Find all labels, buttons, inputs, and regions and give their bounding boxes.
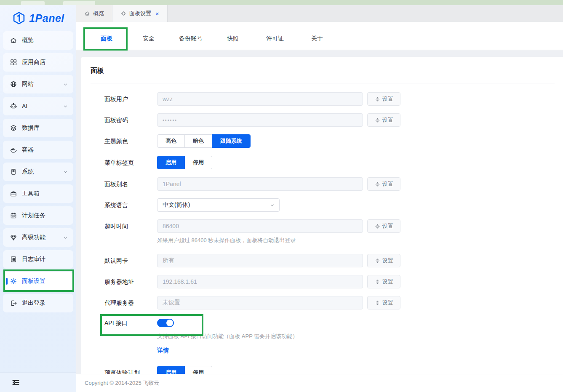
panel-alias-input[interactable]: 1Panel (157, 177, 363, 191)
field-label: 主题颜色 (104, 134, 157, 148)
settings-tab-bar: 面板 安全 备份账号 快照 许可证 关于 (76, 22, 563, 50)
main-area: 概览 面板设置 × 面板 安全 备份账号 快照 许可证 关于 面板 (76, 5, 563, 392)
field-label: 菜单标签页 (104, 156, 157, 169)
set-button-label: 设置 (382, 299, 393, 307)
collapse-menu-icon[interactable] (11, 378, 20, 387)
sidebar-item-label: 计划任务 (22, 212, 45, 219)
sidebar-item-log-audit[interactable]: 日志审计 (3, 250, 73, 269)
sidebar-item-website[interactable]: 网站 (3, 75, 73, 93)
sidebar-item-overview[interactable]: 概览 (3, 31, 73, 50)
timeout-set-button[interactable]: 设置 (367, 219, 400, 233)
tab-label: 备份账号 (179, 35, 203, 43)
field-label: 系统语言 (104, 198, 157, 212)
screen: 1Panel 概览 应用商店 网站 AI 数据库 (0, 0, 563, 392)
form-row-panel-alias: 面板别名 1Panel 设置 (104, 177, 555, 191)
api-interface-toggle[interactable] (157, 319, 174, 327)
gear-icon (120, 11, 126, 16)
sidebar-item-system[interactable]: 系统 (3, 163, 73, 181)
set-button-label: 设置 (382, 222, 393, 230)
tab-label: 快照 (227, 35, 239, 43)
set-button-label: 设置 (382, 180, 393, 188)
sidebar-item-panel-settings[interactable]: 面板设置 (3, 272, 73, 291)
preview-enable-button[interactable]: 启用 (157, 366, 185, 374)
sidebar-item-label: 概览 (22, 37, 34, 44)
diamond-icon (10, 234, 17, 241)
sidebar-item-database[interactable]: 数据库 (3, 119, 73, 137)
home-icon (10, 37, 17, 44)
panel-settings-card: 面板 面板用户 wzz 设置 面板密码 (81, 57, 563, 374)
form-row-api-interface: API 接口 支持面板 API 接口访问功能（面板 APP 需要开启该功能） 详… (104, 316, 555, 355)
page-footer: Copyright © 2014-2025 飞致云 (76, 374, 563, 392)
language-select[interactable]: 中文(简体) (157, 198, 280, 212)
sidebar-item-container[interactable]: 容器 (3, 141, 73, 159)
window-tab-panel-settings[interactable]: 面板设置 × (112, 5, 168, 22)
gear-icon (375, 258, 380, 264)
menu-tabs-disable-button[interactable]: 停用 (184, 156, 212, 169)
tab-backup-account[interactable]: 备份账号 (170, 27, 212, 50)
tab-snapshot[interactable]: 快照 (212, 27, 254, 50)
form-row-default-nic: 默认网卡 所有 设置 (104, 254, 555, 267)
sidebar-item-app-store[interactable]: 应用商店 (3, 53, 73, 72)
tab-panel[interactable]: 面板 (85, 27, 128, 50)
theme-light-button[interactable]: 亮色 (157, 134, 185, 148)
tab-license[interactable]: 许可证 (254, 27, 296, 50)
api-helper-text: 支持面板 API 接口访问功能（面板 APP 需要开启该功能） (157, 333, 400, 340)
default-nic-set-button[interactable]: 设置 (367, 254, 400, 267)
form-row-language: 系统语言 中文(简体) (104, 198, 555, 212)
close-icon[interactable]: × (155, 11, 159, 17)
globe-icon (10, 80, 17, 88)
field-label: 默认网卡 (104, 254, 157, 267)
theme-follow-system-button[interactable]: 跟随系统 (212, 134, 251, 148)
chevron-down-icon (63, 104, 68, 109)
tab-label: 许可证 (266, 35, 284, 43)
form-row-panel-user: 面板用户 wzz 设置 (104, 92, 555, 106)
logo-hexagon-icon (12, 11, 26, 25)
sidebar-item-ai[interactable]: AI (3, 97, 73, 115)
calendar-icon (10, 212, 17, 219)
panel-user-set-button[interactable]: 设置 (367, 92, 400, 106)
window-tab-overview[interactable]: 概览 (76, 5, 112, 22)
sidebar-item-cronjob[interactable]: 计划任务 (3, 206, 73, 225)
timeout-input[interactable]: 86400 (157, 219, 363, 233)
field-label: 面板别名 (104, 177, 157, 191)
tab-security[interactable]: 安全 (128, 27, 170, 50)
gear-icon (375, 300, 380, 306)
sidebar-item-advanced-features[interactable]: 高级功能 (3, 228, 73, 247)
proxy-server-input[interactable]: 未设置 (157, 296, 363, 309)
chevron-down-icon (269, 203, 275, 208)
gear-icon (10, 277, 17, 285)
sidebar-item-toolbox[interactable]: 工具箱 (3, 184, 73, 203)
panel-alias-set-button[interactable]: 设置 (367, 177, 400, 191)
app-grid-icon (10, 59, 17, 66)
field-label: 服务器地址 (104, 275, 157, 288)
set-button-label: 设置 (382, 116, 393, 124)
logo: 1Panel (0, 5, 76, 31)
default-nic-input[interactable]: 所有 (157, 254, 363, 267)
form-row-theme-color: 主题颜色 亮色 暗色 跟随系统 (104, 134, 555, 148)
sidebar-item-label: 退出登录 (22, 299, 45, 307)
menu-tabs-enable-button[interactable]: 启用 (157, 156, 185, 169)
panel-user-input[interactable]: wzz (157, 92, 363, 106)
form-row-panel-password: 面板密码 •••••• 设置 (104, 113, 555, 127)
gear-icon (375, 96, 380, 102)
field-label: 预览体验计划 (104, 366, 157, 374)
server-address-input[interactable]: 192.168.1.61 (157, 275, 363, 288)
form-row-menu-tabs: 菜单标签页 启用 停用 (104, 156, 555, 169)
gear-icon (375, 279, 380, 285)
proxy-server-set-button[interactable]: 设置 (367, 296, 400, 309)
api-detail-link[interactable]: 详情 (157, 347, 169, 355)
preview-disable-button[interactable]: 停用 (184, 366, 212, 374)
chevron-down-icon (63, 82, 68, 87)
tab-about[interactable]: 关于 (296, 27, 338, 50)
layers-icon (10, 124, 17, 132)
preview-program-button-group: 启用 停用 (157, 366, 400, 374)
content-area: 面板 面板用户 wzz 设置 面板密码 (76, 50, 563, 374)
panel-password-set-button[interactable]: 设置 (367, 113, 400, 127)
sidebar-item-label: 系统 (22, 168, 34, 176)
theme-dark-button[interactable]: 暗色 (184, 134, 212, 148)
set-button-label: 设置 (382, 257, 393, 264)
sidebar-item-logout[interactable]: 退出登录 (3, 294, 73, 312)
panel-password-input[interactable]: •••••• (157, 113, 363, 127)
server-address-set-button[interactable]: 设置 (367, 275, 400, 288)
field-label: 超时时间 (104, 219, 157, 244)
